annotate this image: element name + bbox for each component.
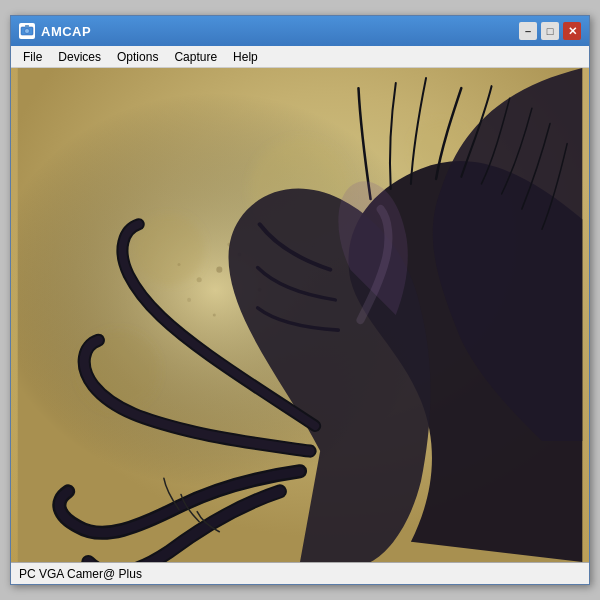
status-text: PC VGA Camer@ Plus (19, 567, 142, 581)
menu-file[interactable]: File (15, 48, 50, 66)
svg-point-9 (216, 267, 222, 273)
title-bar-left: AMCAP (19, 23, 91, 39)
window-title: AMCAP (41, 24, 91, 39)
svg-point-13 (178, 263, 181, 266)
main-window: AMCAP – □ ✕ File Devices Options Capture… (10, 15, 590, 585)
svg-point-15 (213, 313, 216, 316)
minimize-button[interactable]: – (519, 22, 537, 40)
microscope-image (11, 68, 589, 562)
menu-bar: File Devices Options Capture Help (11, 46, 589, 68)
maximize-button[interactable]: □ (541, 22, 559, 40)
svg-point-14 (187, 298, 191, 302)
close-button[interactable]: ✕ (563, 22, 581, 40)
status-bar: PC VGA Camer@ Plus (11, 562, 589, 584)
menu-devices[interactable]: Devices (50, 48, 109, 66)
title-controls: – □ ✕ (519, 22, 581, 40)
menu-help[interactable]: Help (225, 48, 266, 66)
app-icon (19, 23, 35, 39)
camera-view (11, 68, 589, 562)
title-bar: AMCAP – □ ✕ (11, 16, 589, 46)
menu-capture[interactable]: Capture (166, 48, 225, 66)
svg-point-11 (197, 277, 202, 282)
menu-options[interactable]: Options (109, 48, 166, 66)
svg-rect-2 (25, 25, 29, 28)
svg-point-1 (25, 29, 30, 34)
